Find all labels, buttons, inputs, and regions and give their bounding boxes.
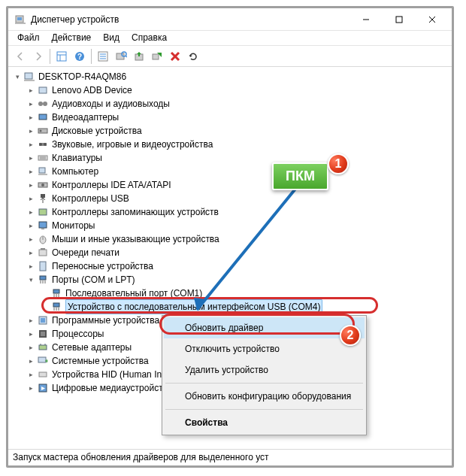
caret-closed-icon[interactable]: ▸: [26, 221, 35, 230]
tree-category[interactable]: ▸Контроллеры USB: [8, 192, 452, 205]
caret-closed-icon[interactable]: ▸: [26, 153, 35, 162]
separator: [91, 49, 92, 64]
tree-category[interactable]: ▸Аудиовходы и аудиовыходы: [8, 97, 452, 111]
tree-category[interactable]: ▸Компьютер: [8, 165, 452, 178]
tree-category[interactable]: ▸Контроллеры IDE ATA/ATAPI: [8, 178, 452, 192]
device-category-icon: [37, 382, 49, 394]
caret-open-icon[interactable]: ▾: [26, 275, 35, 284]
computer-icon: [23, 71, 35, 83]
tree-category[interactable]: ▸Очереди печати: [8, 246, 452, 259]
svg-rect-66: [39, 345, 47, 350]
caret-closed-icon[interactable]: ▸: [26, 262, 35, 271]
titlebar: Диспетчер устройств: [8, 8, 452, 31]
tree-category[interactable]: ▸Клавиатуры: [8, 151, 452, 165]
tree-category[interactable]: ▸Звуковые, игровые и видеоустройства: [8, 138, 452, 151]
minimize-button[interactable]: [350, 9, 383, 30]
back-button[interactable]: [11, 47, 29, 65]
context-scan-hardware[interactable]: Обновить конфигурацию оборудования: [164, 386, 365, 407]
svg-rect-63: [41, 318, 45, 323]
context-properties[interactable]: Свойства: [164, 412, 365, 433]
svg-point-33: [44, 143, 47, 146]
svg-rect-37: [39, 168, 45, 173]
caret-closed-icon[interactable]: ▸: [26, 384, 35, 393]
device-category-icon: [37, 220, 49, 232]
caret-closed-icon[interactable]: ▸: [26, 329, 35, 338]
usb-serial-label: Устройство с последовательным интерфейсо…: [68, 302, 320, 312]
context-update-driver[interactable]: Обновить драйвер: [164, 317, 365, 338]
caret-closed-icon[interactable]: ▸: [26, 113, 35, 122]
caret-closed-icon[interactable]: ▸: [26, 126, 35, 135]
update-driver-button[interactable]: [130, 47, 148, 65]
menu-help[interactable]: Справка: [126, 31, 173, 45]
show-hide-button[interactable]: [53, 47, 71, 65]
device-tree[interactable]: ▾ DESKTOP-R4AQM86 ▸Lenovo ADB Device▸Ауд…: [8, 67, 452, 449]
tree-root[interactable]: ▾ DESKTOP-R4AQM86: [8, 70, 452, 83]
svg-line-18: [126, 56, 127, 57]
svg-point-32: [39, 143, 42, 146]
svg-rect-38: [38, 174, 47, 175]
tree-category[interactable]: ▸Мыши и иные указывающие устройства: [8, 232, 452, 246]
menu-action[interactable]: Действие: [46, 31, 98, 45]
disable-device-button[interactable]: [148, 47, 166, 65]
tree-category[interactable]: ▸Lenovo ADB Device: [8, 83, 452, 97]
separator: [50, 49, 50, 64]
caret-closed-icon[interactable]: ▸: [26, 370, 35, 379]
caret-closed-icon[interactable]: ▸: [26, 356, 35, 365]
separator: [165, 383, 363, 384]
caret-closed-icon[interactable]: ▸: [26, 86, 35, 95]
category-label: Очереди печати: [52, 246, 120, 259]
category-label: Компьютер: [52, 165, 98, 178]
category-label: Сетевые адаптеры: [52, 341, 132, 354]
close-button[interactable]: [416, 9, 449, 30]
tree-item-com1[interactable]: Последовательный порт (COM1): [8, 287, 452, 300]
forward-button[interactable]: [29, 47, 47, 65]
window-title: Диспетчер устройств: [31, 14, 350, 25]
tree-category[interactable]: ▸Дисковые устройства: [8, 124, 452, 138]
device-category-icon: [37, 193, 49, 205]
toolbar: ?: [8, 46, 452, 67]
device-category-icon: [37, 179, 49, 191]
port-icon: [50, 301, 62, 313]
category-label: Звуковые, игровые и видеоустройства: [52, 138, 213, 151]
menu-view[interactable]: Вид: [97, 31, 126, 45]
category-label: Системные устройства: [52, 354, 149, 368]
caret-closed-icon[interactable]: ▸: [26, 343, 35, 352]
device-category-icon: [37, 98, 49, 110]
help-button[interactable]: ?: [71, 47, 89, 65]
tree-category[interactable]: ▸Видеоадаптеры: [8, 111, 452, 124]
caret-closed-icon[interactable]: ▸: [26, 208, 35, 217]
tree-category-ports[interactable]: ▾ Порты (COM и LPT): [8, 273, 452, 287]
tree-category[interactable]: ▸Контроллеры запоминающих устройств: [8, 205, 452, 219]
device-category-icon: [37, 341, 49, 353]
caret-closed-icon[interactable]: ▸: [26, 235, 35, 244]
tree-category[interactable]: ▸Мониторы: [8, 219, 452, 232]
menu-file[interactable]: Файл: [11, 31, 46, 45]
context-uninstall-device[interactable]: Удалить устройство: [164, 359, 365, 380]
refresh-button[interactable]: [184, 47, 202, 65]
caret-closed-icon[interactable]: ▸: [26, 140, 35, 149]
device-category-icon: [37, 152, 49, 164]
device-category-icon: [37, 138, 49, 150]
caret-closed-icon[interactable]: ▸: [26, 99, 35, 108]
svg-rect-20: [153, 54, 159, 59]
svg-point-27: [43, 102, 47, 106]
context-disable-device[interactable]: Отключить устройство: [164, 338, 365, 359]
caret-closed-icon[interactable]: ▸: [26, 248, 35, 257]
scan-button[interactable]: [112, 47, 130, 65]
caret-closed-icon[interactable]: ▸: [26, 180, 35, 189]
maximize-button[interactable]: [383, 9, 416, 30]
ports-icon: [37, 274, 49, 286]
caret-closed-icon[interactable]: ▸: [26, 194, 35, 203]
tree-item-usb-serial[interactable]: Устройство с последовательным интерфейсо…: [8, 300, 452, 314]
svg-rect-65: [41, 332, 45, 336]
uninstall-button[interactable]: [166, 47, 184, 65]
svg-rect-43: [39, 222, 47, 228]
properties-button[interactable]: [94, 47, 112, 65]
caret-open-icon[interactable]: ▾: [13, 72, 22, 81]
caret-closed-icon[interactable]: ▸: [26, 167, 35, 176]
tree-category[interactable]: ▸Переносные устройства: [8, 259, 452, 273]
device-category-icon: [37, 314, 49, 326]
category-label: Контроллеры IDE ATA/ATAPI: [52, 178, 171, 192]
caret-closed-icon[interactable]: ▸: [26, 316, 35, 325]
svg-rect-47: [39, 250, 47, 256]
